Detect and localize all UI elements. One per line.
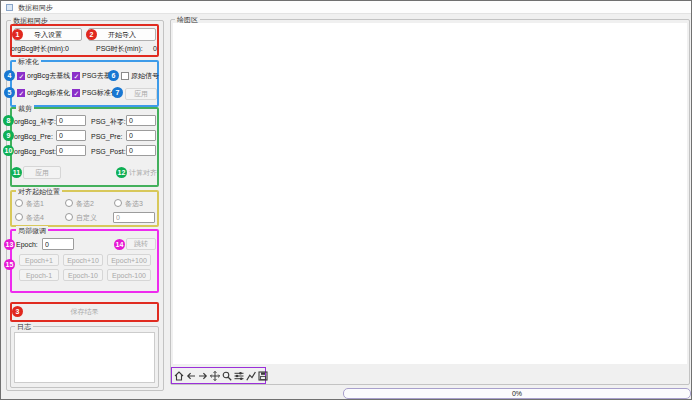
zoom-icon[interactable] [222, 370, 232, 382]
crop-row1-input1[interactable] [56, 115, 86, 126]
crop-row2-label2: PSG_Pre: [91, 132, 123, 141]
epoch-minus-100-button[interactable]: Epoch-100 [107, 269, 151, 281]
crop-apply-button[interactable]: 应用 [23, 166, 61, 179]
step-badge-12: 12 [116, 167, 127, 178]
raw-signal-label: 原始信号 [131, 71, 159, 80]
step-badge-14: 14 [114, 239, 125, 250]
step-badge-2: 2 [86, 29, 97, 40]
back-icon[interactable] [186, 370, 196, 382]
orgbcg-duration-label: orgBcg时长(min): [11, 44, 65, 53]
save-icon[interactable] [258, 370, 268, 382]
option2-label: 备选2 [76, 199, 94, 208]
epoch-minus-10-button[interactable]: Epoch-10 [63, 269, 103, 281]
crop-row3-input1[interactable] [56, 145, 86, 156]
step-badge-1: 1 [12, 29, 23, 40]
save-results-button[interactable]: 保存结果 [13, 305, 156, 319]
option4-label: 备选4 [26, 213, 44, 222]
custom-option-radio[interactable] [65, 213, 73, 221]
align-start-title: 对齐起始位置 [16, 187, 62, 196]
jump-button[interactable]: 跳转 [126, 238, 156, 250]
step-badge-11: 11 [11, 167, 22, 178]
crop-row2-input1[interactable] [56, 130, 86, 141]
calc-align-button[interactable]: 计算对齐 [128, 166, 158, 179]
normalize-apply-button[interactable]: 应用 [125, 88, 157, 100]
epoch-plus-100-button[interactable]: Epoch+100 [107, 254, 151, 266]
crop-row1-input2[interactable] [126, 115, 156, 126]
orgbcg-detrend-checkbox[interactable] [17, 72, 25, 80]
step-badge-8: 8 [3, 115, 14, 126]
forward-icon[interactable] [198, 370, 208, 382]
import-settings-button[interactable]: 导入设置 [14, 28, 82, 41]
custom-position-input[interactable] [113, 212, 155, 223]
epoch-input[interactable] [42, 238, 74, 250]
psg-detrend-checkbox[interactable] [72, 72, 80, 80]
psg-duration-value: 0 [153, 44, 157, 53]
option3-radio[interactable] [114, 199, 122, 207]
crop-box-title: 裁剪 [16, 104, 34, 113]
home-icon[interactable] [174, 370, 184, 382]
step-badge-9: 9 [3, 130, 14, 141]
epoch-plus-1-button[interactable]: Epoch+1 [19, 254, 59, 266]
option4-radio[interactable] [15, 213, 23, 221]
option3-label: 备选3 [125, 199, 143, 208]
titlebar: 数据粗同步 [1, 1, 691, 14]
progress-value: 0% [512, 390, 522, 397]
app-window: 数据粗同步 数据粗同步 导入设置 开始导入 1 2 orgBcg时长(min):… [0, 0, 692, 400]
crop-row3-label2: PSG_Post: [91, 147, 126, 156]
plot-canvas[interactable] [173, 23, 687, 364]
option1-label: 备选1 [26, 199, 44, 208]
step-badge-4: 4 [4, 70, 15, 81]
step-badge-10: 10 [3, 145, 14, 156]
orgbcg-duration-value: 0 [65, 44, 69, 53]
orgbcg-detrend-label: orgBcg去基线 [27, 71, 70, 80]
window-title: 数据粗同步 [18, 3, 53, 12]
option1-radio[interactable] [15, 199, 23, 207]
epoch-label: Epoch: [16, 240, 38, 249]
orgbcg-normalize-label: orgBcg标准化 [27, 88, 70, 97]
crop-row3-label1: orgBcg_Post: [14, 147, 56, 156]
option2-radio[interactable] [65, 199, 73, 207]
psg-normalize-checkbox[interactable] [72, 89, 80, 97]
plot-toolbar [171, 367, 266, 384]
crop-row1-label1: orgBcg_补零: [14, 117, 56, 126]
crop-row2-label1: orgBcg_Pre: [14, 132, 53, 141]
start-import-button[interactable]: 开始导入 [88, 28, 156, 41]
pan-icon[interactable] [210, 370, 220, 382]
step-badge-5: 5 [4, 87, 15, 98]
crop-row3-input2[interactable] [126, 145, 156, 156]
epoch-minus-1-button[interactable]: Epoch-1 [19, 269, 59, 281]
log-title: 日志 [15, 322, 33, 331]
app-icon [6, 4, 13, 11]
psg-duration-label: PSG时长(min): [96, 44, 143, 53]
custom-option-label: 自定义 [76, 213, 97, 222]
subplots-icon[interactable] [234, 370, 244, 382]
epoch-plus-10-button[interactable]: Epoch+10 [63, 254, 103, 266]
step-badge-13: 13 [4, 239, 15, 250]
log-textarea[interactable] [14, 332, 155, 383]
step-badge-3: 3 [12, 306, 23, 317]
normalize-box-title: 标准化 [16, 57, 41, 66]
crop-row2-input2[interactable] [126, 130, 156, 141]
orgbcg-normalize-checkbox[interactable] [17, 89, 25, 97]
step-badge-7: 7 [112, 87, 123, 98]
crop-row1-label2: PSG_补零: [91, 117, 126, 126]
progress-bar: 0% [343, 388, 691, 399]
customize-icon[interactable] [246, 370, 256, 382]
step-badge-15: 15 [4, 259, 15, 270]
finetune-title: 局部微调 [16, 226, 48, 235]
raw-signal-checkbox[interactable] [121, 72, 129, 80]
step-badge-6: 6 [108, 70, 119, 81]
